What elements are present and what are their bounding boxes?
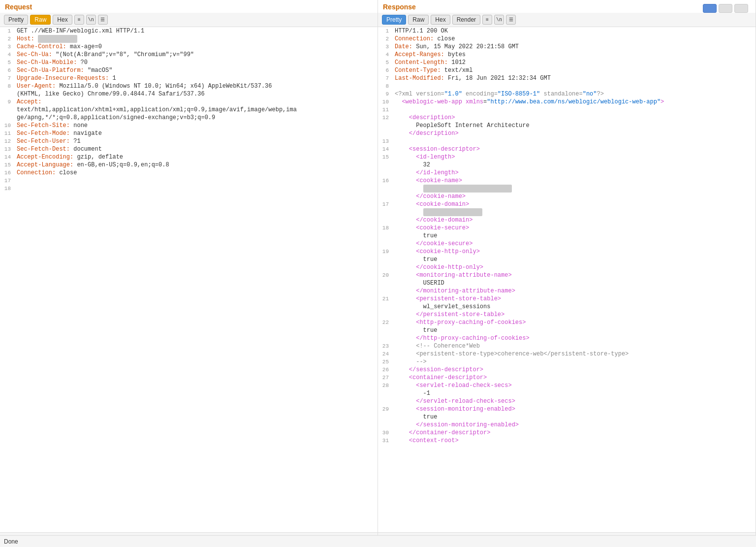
table-row: 16 Connection: close — [0, 169, 378, 177]
table-row: 24 <persistent-store-type>coherence-web<… — [378, 350, 756, 358]
table-row: 18 — [0, 185, 378, 193]
request-icon-format[interactable]: ≡ — [74, 15, 84, 25]
table-row: 4 Sec-Ch-Ua: "(Not(A:Brand";v="8", "Chro… — [0, 51, 378, 59]
table-row: 1 HTTP/1.1 200 OK — [378, 27, 756, 35]
table-row: 12 Sec-Fetch-User: ?1 — [0, 137, 378, 145]
table-row: 8 User-Agent: Mozilla/5.0 (Windows NT 10… — [0, 82, 378, 98]
response-tab-render[interactable]: Render — [452, 15, 480, 25]
response-icon-menu[interactable]: ☰ — [506, 15, 516, 25]
table-row: 31 <context-root> — [378, 437, 756, 445]
table-row: 20 <monitoring-attribute-name> USERID </… — [378, 271, 756, 295]
request-panel: Request Pretty Raw Hex ≡ \n ☰ 1 GET .//W… — [0, 0, 378, 547]
table-row: 5 Content-Length: 1012 — [378, 59, 756, 66]
request-tab-raw[interactable]: Raw — [30, 15, 51, 25]
response-toolbar: Pretty Raw Hex Render ≡ \n ☰ — [378, 13, 756, 27]
request-tab-pretty[interactable]: Pretty — [4, 15, 28, 25]
status-text: Done — [4, 538, 18, 545]
response-tab-raw[interactable]: Raw — [408, 15, 429, 25]
table-row: 14 <session-descriptor> — [378, 145, 756, 153]
table-row: 14 Accept-Encoding: gzip, deflate — [0, 153, 378, 161]
request-tab-hex[interactable]: Hex — [53, 15, 72, 25]
layout-btn-full[interactable] — [734, 4, 748, 13]
response-code-area: 1 HTTP/1.1 200 OK 2 Connection: close 3 … — [378, 27, 756, 532]
request-toolbar: Pretty Raw Hex ≡ \n ☰ — [0, 13, 378, 27]
table-row: 30 </container-descriptor> — [378, 429, 756, 437]
table-row: 12 <description> PeopleSoft Internet Arc… — [378, 114, 756, 137]
layout-btn-split[interactable] — [703, 4, 717, 13]
request-icon-menu[interactable]: ☰ — [98, 15, 108, 25]
table-row: 23 <!-- Coherence*Web — [378, 342, 756, 350]
response-icon-format[interactable]: ≡ — [482, 15, 492, 25]
table-row: 9 <?xml version="1.0" encoding="ISO-8859… — [378, 90, 756, 98]
table-row: 8 — [378, 82, 756, 90]
table-row: 6 Sec-Ch-Ua-Platform: "macOS" — [0, 66, 378, 74]
table-row: 29 <session-monitoring-enabled> true </s… — [378, 405, 756, 429]
table-row: 9 Accept: text/html,application/xhtml+xm… — [0, 98, 378, 122]
table-row: 16 <cookie-name> </cookie-name> — [378, 177, 756, 200]
table-row: 15 <id-length> 32 </id-length> — [378, 153, 756, 177]
table-row: 11 Sec-Fetch-Mode: navigate — [0, 129, 378, 137]
status-bar: Done — [0, 535, 756, 547]
table-row: 25 --> — [378, 358, 756, 366]
response-tab-hex[interactable]: Hex — [431, 15, 450, 25]
table-row: 13 — [378, 137, 756, 145]
table-row: 11 — [378, 106, 756, 114]
table-row: 27 <container-descriptor> — [378, 374, 756, 382]
table-row: 10 Sec-Fetch-Site: none — [0, 122, 378, 129]
table-row: 22 <http-proxy-caching-of-cookies> true … — [378, 319, 756, 342]
table-row: 5 Sec-Ch-Ua-Mobile: ?0 — [0, 59, 378, 66]
table-row: 1 GET .//WEB-INF/weblogic.xml HTTP/1.1 — [0, 27, 378, 35]
table-row: 2 Host: — [0, 35, 378, 43]
request-code-area: 1 GET .//WEB-INF/weblogic.xml HTTP/1.1 2… — [0, 27, 378, 532]
response-icon-newline[interactable]: \n — [494, 15, 504, 25]
table-row: 7 Last-Modified: Fri, 18 Jun 2021 12:32:… — [378, 74, 756, 82]
panels: Request Pretty Raw Hex ≡ \n ☰ 1 GET .//W… — [0, 0, 756, 547]
table-row: 17 <cookie-domain> </cookie-domain> — [378, 200, 756, 224]
table-row: 10 <weblogic-web-app xmlns="http://www.b… — [378, 98, 756, 106]
request-icon-newline[interactable]: \n — [86, 15, 96, 25]
response-tab-pretty[interactable]: Pretty — [382, 15, 406, 25]
table-row: 17 — [0, 177, 378, 185]
table-row: 15 Accept-Language: en-GB,en-US;q=0.9,en… — [0, 161, 378, 169]
table-row: 4 Accept-Ranges: bytes — [378, 51, 756, 59]
table-row: 13 Sec-Fetch-Dest: document — [0, 145, 378, 153]
request-title: Request — [0, 0, 378, 13]
layout-btn-single[interactable] — [719, 4, 732, 13]
table-row: 2 Connection: close — [378, 35, 756, 43]
table-row: 3 Date: Sun, 15 May 2022 20:21:58 GMT — [378, 43, 756, 51]
table-row: 3 Cache-Control: max-age=0 — [0, 43, 378, 51]
table-row: 18 <cookie-secure> true </cookie-secure> — [378, 224, 756, 248]
table-row: 19 <cookie-http-only> true </cookie-http… — [378, 248, 756, 271]
top-bar — [703, 4, 748, 13]
response-title: Response — [378, 0, 756, 13]
table-row: 6 Content-Type: text/xml — [378, 66, 756, 74]
table-row: 26 </session-descriptor> — [378, 366, 756, 374]
table-row: 21 <persistent-store-table> wl_servlet_s… — [378, 295, 756, 319]
table-row: 7 Upgrade-Insecure-Requests: 1 — [0, 74, 378, 82]
response-panel: Response Pretty Raw Hex Render ≡ \n ☰ 1 … — [378, 0, 756, 547]
table-row: 28 <servlet-reload-check-secs> -1 </serv… — [378, 382, 756, 405]
